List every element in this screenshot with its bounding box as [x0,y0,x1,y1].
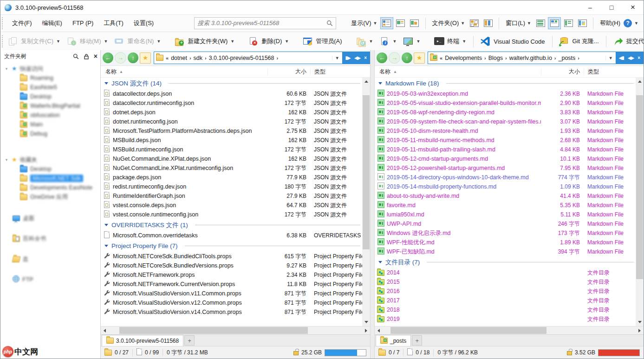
display-options-button[interactable]: ▼ [400,34,423,49]
move-button[interactable]: ↓移动(M)▼ [64,34,111,49]
forward-button[interactable]: → [389,52,400,64]
collapse-expander-icon[interactable]: ▾ [4,157,9,162]
dropdown-caret-icon[interactable]: ▼ [285,39,289,44]
dropdown-caret-icon[interactable]: ▼ [156,39,161,44]
tree-pin-lock-icon[interactable] [84,53,89,59]
vscode-button[interactable]: Visual Studio Code [477,34,548,49]
file-row[interactable]: Microsoft.VisualStudioVersion.v14.Common… [101,307,362,317]
breadcrumb-segment[interactable]: dotnet [171,55,187,61]
file-row[interactable]: vstest.console.deps.json64.7 KBJSON 源文件 [101,201,362,210]
file-row[interactable]: Microsoft.NETCoreSdk.BundledCliTools.pro… [101,252,362,261]
file-row[interactable]: NuGet.CommandLine.XPlat.runtimeconfig.js… [101,163,362,173]
column-header-name[interactable]: 名称▲ [101,68,267,76]
file-row[interactable]: package.deps.json77.9 KBJSON 源文件 [101,173,362,182]
tree-item[interactable]: Walterlv.BlogPartial [0,101,100,111]
address-dropdown-icon[interactable]: ▼ [332,56,342,60]
new-tab-button[interactable] [184,335,195,346]
file-row[interactable]: UWP-API.md246 字节Markdown File [375,219,636,228]
pane-splitter[interactable] [370,50,375,359]
view-menu-caret-icon[interactable]: ▼ [373,21,377,26]
group-collapse-icon[interactable] [378,261,382,263]
dropdown-caret-icon[interactable]: ▼ [56,39,60,44]
scrollbar-thumb[interactable] [363,95,370,249]
copy-special-button[interactable]: ↺▼ [353,34,377,49]
folders-menu-caret-icon[interactable]: ▼ [461,21,465,26]
file-row[interactable]: 2019-05-12-powershell-startup-arguments.… [375,163,636,173]
file-row[interactable]: Microsoft.NETFramework.props2.34 KBProje… [101,270,362,280]
menu-item-2[interactable]: FTP (P) [67,15,98,31]
tree-item[interactable]: Microsoft.NET Sdk [0,174,100,183]
menu-item-3[interactable]: 工具(T) [98,15,129,31]
scroll-right-arrow[interactable] [636,326,644,334]
new-tab-button[interactable] [412,335,422,346]
close-button[interactable]: × [622,0,644,14]
file-row[interactable]: 2019-05-10-dism-restore-health.md1.93 KB… [375,126,636,136]
menu-item-1[interactable]: 编辑(E) [37,15,67,31]
scroll-up-arrow[interactable] [362,78,370,85]
favorites-button[interactable]: ★ [414,52,425,64]
folder-grid-layout-button[interactable] [468,17,481,29]
delete-button[interactable]: ×删除(D)▼ [245,34,292,49]
tree-section-header[interactable]: ▾★收藏夹 [0,155,100,164]
scroll-right-arrow[interactable] [362,326,370,334]
breadcrumb-segment[interactable]: sdk [194,55,202,61]
file-row[interactable]: 2019-05-14-directory-opus-windows-10-dar… [375,173,636,182]
file-row[interactable]: 2019-05-03-win32exception.md2.36 KBMarkd… [375,89,636,98]
commit-code-button[interactable]: 提交代码 [610,34,644,49]
pane-tab-active[interactable]: _posts [376,335,411,346]
swap-panes-button[interactable]: ◀▶ [628,55,634,60]
folders-menu[interactable]: 文件夹(O) [432,19,459,27]
scroll-up-arrow[interactable] [636,78,644,85]
file-row[interactable]: WPF-性能优化.md1.89 KBMarkdown File [375,238,636,247]
close-pane-button[interactable]: × [364,55,366,60]
layout-two-vertical-button[interactable] [548,17,561,29]
file-row[interactable]: 2019-05-08-wpf-rendering-dirty-region.md… [375,108,636,117]
column-header-size[interactable]: 大小 [541,68,584,76]
file-row[interactable]: 2019-05-05-visual-studio-extension-paral… [375,98,636,108]
file-row[interactable]: 2017文件目录 [375,296,636,305]
back-button[interactable]: ← [377,52,387,63]
tree-item[interactable]: Developments EasiNote [0,183,100,192]
file-row[interactable]: Windows 进化启示录.md173 字节Markdown File [375,228,636,238]
group-collapse-icon[interactable] [378,82,382,85]
tree-item[interactable]: OneDrive 应用 [0,192,100,202]
scrollbar-thumb[interactable] [119,327,308,334]
address-field[interactable]: «Developments›Blogs›walterlv.github.io›_… [428,52,644,64]
file-row[interactable]: MSBuild.deps.json162 KBJSON 源文件 [101,136,362,145]
column-header-type[interactable]: 类型 [310,68,362,76]
group-header[interactable]: OVERRIDETASKS 文件 (1) [101,219,362,231]
address-field[interactable]: «dotnet›sdk›3.0.100-preview5-011568›▼▮▶◀… [154,52,370,64]
minimize-button[interactable]: – [579,0,601,14]
view-menu[interactable]: 显示(V) [351,19,371,27]
group-header[interactable]: JSON 源文件 (14) [101,78,362,89]
collapse-expander-icon[interactable]: ▾ [4,66,9,71]
maximize-pane-button[interactable]: ▮▶ [345,55,351,60]
git-clone-button[interactable]: Git 克隆... [556,34,602,49]
file-row[interactable]: Microsoft.Common.overridetasks6.38 KBOVE… [101,231,362,240]
forward-button[interactable]: → [115,52,126,64]
dropdown-caret-icon[interactable]: ▼ [104,39,108,44]
file-row[interactable]: vstest.console.runtimeconfig.json172 字节J… [101,210,362,219]
file-row[interactable]: Microsoft.VisualStudioVersion.v12.Common… [101,298,362,307]
layout-tree-list-button[interactable] [562,17,575,29]
back-button[interactable]: ← [103,52,113,63]
dropdown-caret-icon[interactable]: ▼ [462,39,466,44]
file-row[interactable]: RuntimeIdentifierGraph.json27.9 KBJSON 源… [101,191,362,201]
file-row[interactable]: 2015文件目录 [375,277,636,287]
tree-root-item[interactable]: FTP [0,275,100,284]
file-row[interactable]: 2018文件目录 [375,305,636,314]
scrollbar-thumb[interactable] [636,95,643,279]
tree-search-icon[interactable] [73,53,79,59]
toolbar-grip[interactable] [2,17,5,29]
vertical-scrollbar[interactable] [362,78,370,326]
breadcrumb-segment[interactable]: Blogs [488,55,503,61]
file-row[interactable]: 2019-05-14-msbuild-property-functions.md… [375,182,636,191]
group-collapse-icon[interactable] [104,82,108,85]
maximize-pane-button[interactable]: ◀▮ [619,55,624,60]
group-collapse-icon[interactable] [104,224,108,226]
admin-button[interactable]: 管理员(A) [299,34,345,49]
tree-item[interactable]: Desktop [0,92,100,101]
scroll-left-arrow[interactable] [375,326,383,334]
dropdown-caret-icon[interactable]: ▼ [230,39,234,44]
layout-rows-button[interactable] [534,17,547,29]
